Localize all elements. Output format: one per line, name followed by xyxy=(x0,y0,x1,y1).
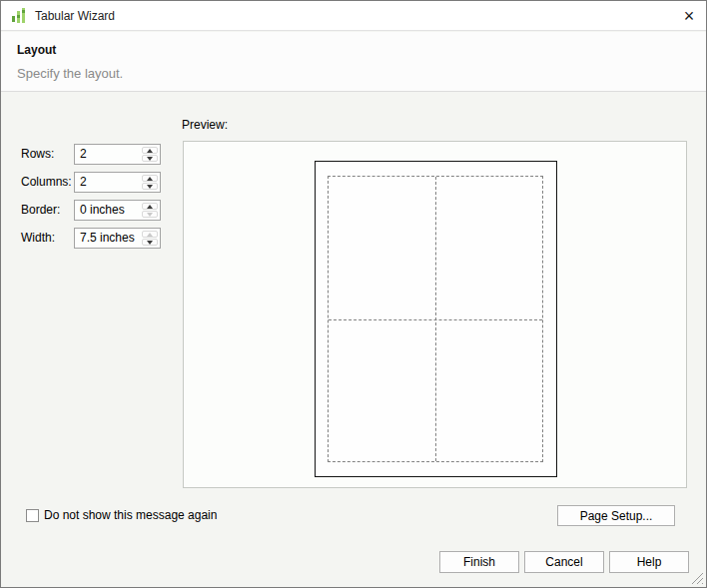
border-row: Border: 0 inches xyxy=(21,200,161,221)
columns-spinner xyxy=(142,175,158,190)
width-value: 7.5 inches xyxy=(80,229,135,248)
preview-grid xyxy=(328,176,543,462)
border-value: 0 inches xyxy=(80,201,125,220)
tabular-wizard-dialog: Tabular Wizard × Layout Specify the layo… xyxy=(0,0,707,588)
rows-row: Rows: 2 xyxy=(21,144,161,165)
grid-row-divider xyxy=(329,319,542,320)
do-not-show-checkbox[interactable] xyxy=(26,509,39,522)
rows-label: Rows: xyxy=(21,144,74,165)
rows-spinner xyxy=(142,147,158,162)
close-button[interactable]: × xyxy=(672,1,706,31)
border-spin-up-button[interactable] xyxy=(142,203,158,210)
triangle-up-icon xyxy=(147,177,153,181)
page-setup-button[interactable]: Page Setup... xyxy=(557,505,675,526)
border-spinner xyxy=(142,203,158,218)
border-spin-down-button[interactable] xyxy=(142,211,158,218)
columns-value: 2 xyxy=(80,173,87,192)
border-field[interactable]: 0 inches xyxy=(74,200,161,221)
width-spin-down-button[interactable] xyxy=(142,239,158,246)
preview-page xyxy=(315,161,557,477)
width-field[interactable]: 7.5 inches xyxy=(74,228,161,249)
rows-field[interactable]: 2 xyxy=(74,144,161,165)
help-button[interactable]: Help xyxy=(609,551,689,573)
rows-value: 2 xyxy=(80,145,87,164)
wizard-step-header: Layout Specify the layout. xyxy=(1,32,706,92)
do-not-show-row: Do not show this message again xyxy=(26,508,217,523)
cancel-button[interactable]: Cancel xyxy=(524,551,604,573)
columns-field[interactable]: 2 xyxy=(74,172,161,193)
triangle-up-icon xyxy=(147,149,153,153)
columns-label: Columns: xyxy=(21,172,74,193)
columns-row: Columns: 2 xyxy=(21,172,161,193)
resize-grip-icon[interactable] xyxy=(691,572,704,585)
app-equalizer-icon xyxy=(10,7,28,25)
width-spinner xyxy=(142,231,158,246)
finish-button[interactable]: Finish xyxy=(439,551,519,573)
triangle-down-icon xyxy=(147,241,153,245)
width-spin-up-button[interactable] xyxy=(142,231,158,238)
triangle-down-icon xyxy=(147,213,153,217)
page-title: Layout xyxy=(17,43,56,57)
width-row: Width: 7.5 inches xyxy=(21,228,161,249)
columns-spin-down-button[interactable] xyxy=(142,183,158,190)
columns-spin-up-button[interactable] xyxy=(142,175,158,182)
do-not-show-label: Do not show this message again xyxy=(44,508,217,523)
preview-label: Preview: xyxy=(182,118,228,132)
page-subtitle: Specify the layout. xyxy=(17,66,123,81)
width-label: Width: xyxy=(21,228,74,249)
preview-panel xyxy=(183,141,687,488)
window-title: Tabular Wizard xyxy=(35,1,115,31)
rows-spin-down-button[interactable] xyxy=(142,155,158,162)
title-bar: Tabular Wizard × xyxy=(1,1,706,31)
triangle-up-icon xyxy=(147,205,153,209)
rows-spin-up-button[interactable] xyxy=(142,147,158,154)
triangle-up-icon xyxy=(147,233,153,237)
border-label: Border: xyxy=(21,200,74,221)
triangle-down-icon xyxy=(147,157,153,161)
triangle-down-icon xyxy=(147,185,153,189)
